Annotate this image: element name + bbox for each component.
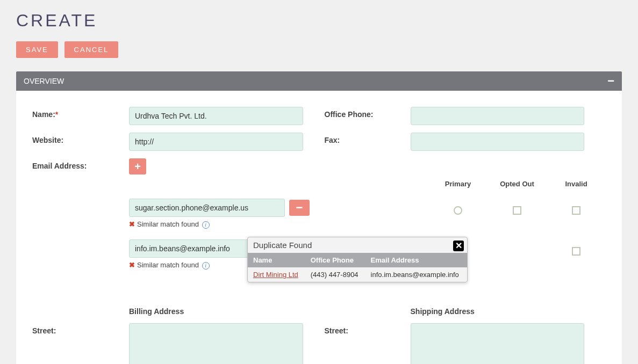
name-label: Name:* [32, 107, 129, 119]
close-icon[interactable]: ✕ [453, 241, 464, 251]
fax-input[interactable] [411, 133, 585, 151]
invalid-checkbox-2[interactable] [572, 247, 580, 256]
fax-label: Fax: [325, 133, 411, 144]
overview-panel: Name:* Office Phone: Website: Fax: Email… [16, 91, 622, 364]
page-title: CREATE [16, 11, 622, 31]
collapse-icon[interactable]: − [607, 75, 614, 87]
shipping-address-title: Shipping Address [411, 307, 606, 316]
info-icon[interactable]: i [202, 221, 210, 229]
add-email-button[interactable]: + [129, 158, 146, 174]
office-phone-label: Office Phone: [325, 107, 411, 119]
billing-street-textarea[interactable] [129, 323, 303, 364]
overview-section-title: OVERVIEW [24, 77, 64, 85]
billing-address-title: Billing Address [129, 307, 325, 316]
duplicate-email: info.im.beans@example.info [365, 267, 467, 282]
dup-col-phone: Office Phone [305, 253, 365, 267]
x-icon: ✖ [129, 220, 135, 228]
remove-email-button-1[interactable]: − [289, 200, 310, 216]
shipping-street-textarea[interactable] [411, 323, 585, 364]
action-button-row: SAVE CANCEL [16, 41, 622, 58]
cancel-button[interactable]: CANCEL [64, 41, 119, 58]
save-button[interactable]: SAVE [16, 41, 58, 58]
shipping-street-label: Street: [325, 323, 411, 335]
invalid-column-header: Invalid [547, 180, 606, 188]
opted-out-column-header: Opted Out [488, 180, 547, 188]
website-label: Website: [32, 133, 129, 144]
office-phone-input[interactable] [411, 107, 585, 125]
name-input[interactable] [129, 107, 303, 125]
info-icon[interactable]: i [202, 262, 210, 270]
opted-out-checkbox-1[interactable] [513, 206, 521, 215]
invalid-checkbox-1[interactable] [572, 206, 580, 215]
primary-column-header: Primary [428, 180, 488, 188]
overview-section-header[interactable]: OVERVIEW − [16, 71, 622, 91]
duplicate-table: Name Office Phone Email Address Dirt Min… [248, 253, 467, 282]
email-input-1[interactable] [129, 199, 285, 217]
match-found-1: ✖Similar match found i [129, 220, 428, 229]
x-icon: ✖ [129, 261, 135, 269]
duplicate-row: Dirt Mining Ltd (443) 447-8904 info.im.b… [248, 267, 467, 282]
duplicate-popup-title: Duplicate Found [248, 237, 467, 253]
dup-col-email: Email Address [365, 253, 467, 267]
primary-radio-1[interactable] [454, 206, 462, 215]
duplicate-phone: (443) 447-8904 [305, 267, 365, 282]
dup-col-name: Name [248, 253, 305, 267]
required-mark: * [55, 110, 58, 119]
duplicate-name-link[interactable]: Dirt Mining Ltd [253, 271, 298, 279]
billing-street-label: Street: [32, 323, 129, 335]
email-label: Email Address: [32, 158, 129, 170]
duplicate-found-popup: ✕ Duplicate Found Name Office Phone Emai… [247, 237, 468, 282]
website-input[interactable] [129, 133, 303, 151]
